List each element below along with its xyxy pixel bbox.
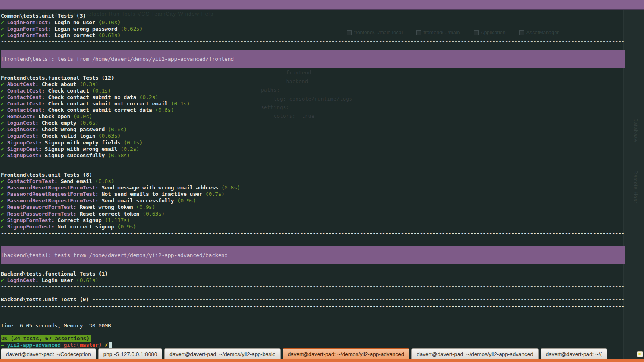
test-description: Login correct	[54, 32, 99, 39]
test-class-name: LoginCest:	[7, 133, 42, 139]
dash-leader: ----------------------------------------…	[89, 13, 625, 19]
test-class-name: HomeCest:	[7, 113, 39, 120]
test-description: Signup successfully	[45, 152, 108, 159]
test-class-name: LoginFormTest:	[7, 32, 54, 39]
taskbar-button-label: davert@davert-pad: ~/(	[546, 351, 602, 357]
dash-leader: ----------------------------------------…	[95, 172, 625, 178]
test-duration: (1.117s)	[105, 217, 130, 224]
test-result-line: ✔ SignupFormTest: Correct signup (1.117s…	[1, 217, 625, 224]
test-result-line: ✔ SignupCest: Signup with empty fields (…	[1, 140, 625, 146]
test-class-name: ResetPasswordFormTest:	[7, 211, 80, 217]
test-description: Check valid login	[42, 133, 99, 139]
test-result-line: ✔ ContactCest: Check contact submit not …	[1, 101, 625, 107]
taskbar-button[interactable]: davert@davert-pad: ~/(	[541, 348, 607, 359]
test-result-line: ✔ SignupCest: Signup with wrong email (0…	[1, 146, 625, 152]
test-description: Check wrong password	[42, 126, 108, 133]
test-duration: (0.3s)	[80, 81, 99, 88]
test-result-line: ✔ AboutCest: Check about (0.3s)	[1, 81, 625, 88]
prompt-git-suffix: )	[99, 342, 102, 348]
test-class-name: SignupCest:	[7, 140, 45, 146]
check-icon: ✔	[1, 120, 7, 126]
frontend-tests-banner: [frontend\tests]: tests from /home/daver…	[1, 50, 625, 68]
dash-leader: ----------------------------------------…	[92, 296, 625, 303]
dash-leader: ----------------------------------------…	[1, 284, 625, 290]
taskbar-button[interactable]: davert@davert-pad: ~/demos/yii2-app-basi…	[164, 348, 280, 359]
dash-leader: ----------------------------------------…	[1, 39, 625, 45]
taskbar-buttons: davert@davert-pad: ~/Codeceptionphp -S 1…	[1, 348, 644, 359]
terminal-titlebar[interactable]	[0, 0, 644, 10]
prompt-directory: yii2-app-advanced	[7, 342, 61, 348]
separator-line: ----------------------------------------…	[1, 159, 625, 165]
test-class-name: ContactCest:	[7, 107, 48, 113]
test-result-line: ✔ LoginCest: Check valid login (0.63s)	[1, 133, 625, 139]
test-duration: (0.0s)	[73, 113, 92, 120]
backend-tests-banner: [backend\tests]: tests from /home/davert…	[1, 246, 625, 264]
check-icon: ✔	[1, 32, 7, 39]
section-header-label: Common\tests.unit Tests (3)	[1, 13, 89, 19]
test-result-line: ✔ LoginFormTest: Login no user (0.10s)	[1, 19, 625, 26]
test-result-line: ✔ HomeCest: Check open (0.0s)	[1, 113, 625, 120]
ide-right-toolstrip-ghost	[623, 10, 644, 362]
check-icon: ✔	[1, 204, 7, 210]
test-result-line: ✔ ContactFormTest: Send email (0.0s)	[1, 178, 625, 185]
test-class-name: LoginCest:	[7, 126, 42, 133]
taskbar-button[interactable]: davert@davert-pad: ~/demos/yii2-app-adva…	[283, 348, 410, 359]
dash-leader: ----------------------------------------…	[1, 230, 625, 237]
test-result-line: ✔ PasswordResetRequestFormTest: Not send…	[1, 191, 625, 197]
taskbar-button[interactable]: davert@davert-pad: ~/demos/yii2-app-adva…	[411, 348, 539, 359]
test-result-line: ✔ ResetPasswordFormTest: Reset correct t…	[1, 211, 625, 217]
ide-side-label-remote-host: Remote Host	[633, 171, 638, 203]
test-description: Login no user	[54, 19, 99, 26]
banner-text: [frontend\tests]: tests from /home/daver…	[1, 56, 234, 62]
taskbar-button[interactable]: davert@davert-pad: ~/Codeception	[1, 348, 96, 359]
prompt-git-prefix: git:(	[64, 342, 80, 348]
test-duration: (0.8s)	[221, 185, 240, 191]
result-line: OK (24 tests, 67 assertions)	[1, 335, 625, 342]
taskbar-button-label: davert@davert-pad: ~/demos/yii2-app-adva…	[417, 351, 533, 357]
shell-prompt[interactable]: → yii2-app-advanced git:( master ) ✗	[1, 342, 625, 348]
blank-line	[1, 237, 625, 243]
check-icon: ✔	[1, 94, 7, 101]
test-description: Signup with empty fields	[45, 140, 124, 146]
taskbar-button[interactable]: php -S 127.0.0.1:8080	[98, 348, 163, 359]
test-class-name: SignupFormTest:	[7, 224, 58, 230]
section-header-label: Frontend\tests.functional Tests (12)	[1, 75, 118, 81]
test-result-line: ✔ ContactCest: Check contact (0.1s)	[1, 88, 625, 94]
check-icon: ✔	[1, 152, 7, 159]
test-duration: (0.9s)	[177, 197, 196, 204]
test-class-name: ContactCest:	[7, 94, 48, 101]
separator-line: ----------------------------------------…	[1, 303, 625, 310]
test-class-name: LoginCest:	[7, 120, 42, 126]
test-class-name: ContactFormTest:	[7, 178, 61, 185]
blank-line	[1, 316, 625, 323]
terminal-window[interactable]: Common\tests.unit Tests (3) ------------…	[0, 10, 625, 348]
test-description: Send email successfully	[101, 197, 177, 204]
dash-leader: ----------------------------------------…	[1, 303, 625, 310]
test-description: Check open	[39, 113, 73, 120]
dash-leader: ----------------------------------------…	[111, 271, 625, 277]
taskbar-button-label: davert@davert-pad: ~/demos/yii2-app-basi…	[169, 351, 275, 357]
prompt-git-branch: master	[80, 342, 99, 348]
test-result-line: ✔ SignupFormTest: Not correct signup (0.…	[1, 224, 625, 230]
test-duration: (0.1s)	[171, 101, 190, 107]
test-duration: (0.61s)	[76, 277, 99, 284]
check-icon: ✔	[1, 140, 7, 146]
separator-line: ----------------------------------------…	[1, 284, 625, 290]
test-class-name: LoginFormTest:	[7, 26, 54, 32]
test-result-line: ✔ LoginFormTest: Login wrong password (0…	[1, 26, 625, 32]
test-class-name: ResetPasswordFormTest:	[7, 204, 80, 210]
banner-text: [backend\tests]: tests from /home/davert…	[1, 252, 228, 258]
check-icon: ✔	[1, 107, 7, 113]
test-duration: (0.6s)	[108, 126, 127, 133]
test-duration: (0.9s)	[118, 224, 136, 230]
test-description: Check empty	[42, 120, 80, 126]
test-class-name: ContactCest:	[7, 88, 48, 94]
terminal-cursor	[109, 342, 112, 348]
check-icon: ✔	[1, 81, 7, 88]
blank-line	[1, 329, 625, 335]
check-icon: ✔	[1, 277, 7, 284]
test-class-name: SignupCest:	[7, 146, 45, 152]
section-header: Backend\tests.functional Tests (1) -----…	[1, 271, 625, 277]
notification-icon[interactable]	[637, 351, 643, 357]
test-duration: (0.61s)	[99, 32, 121, 39]
